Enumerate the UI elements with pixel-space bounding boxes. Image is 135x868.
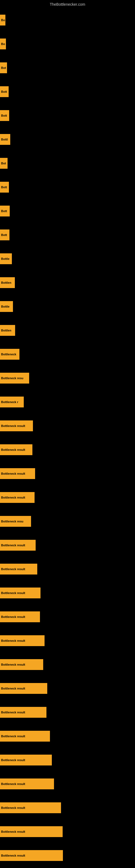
bar-label-1: Bo: [1, 42, 5, 45]
bar-label-35: Bottleneck result: [1, 854, 25, 857]
bar-32: Bottleneck result: [0, 778, 54, 789]
bar-row: Bottleneck result: [0, 629, 135, 653]
bar-26: Bottleneck result: [0, 635, 45, 646]
bar-label-34: Bottleneck result: [1, 830, 25, 833]
bar-row: Bottle: [0, 247, 135, 271]
bar-13: Bottlen: [0, 325, 15, 336]
bar-label-16: Bottleneck r: [1, 400, 18, 404]
bar-row: Bottleneck resu: [0, 366, 135, 390]
bar-label-9: Bott: [1, 233, 7, 237]
bar-label-7: Bott: [1, 186, 7, 189]
bar-row: Bott: [0, 175, 135, 199]
bar-33: Bottleneck result: [0, 802, 61, 813]
bar-label-19: Bottleneck result: [1, 472, 25, 475]
bar-label-5: Bottl: [1, 138, 8, 141]
bar-row: Bot: [0, 151, 135, 175]
bar-22: Bottleneck result: [0, 540, 36, 551]
bar-row: Bottleneck result: [0, 533, 135, 557]
bar-label-22: Bottleneck result: [1, 544, 25, 547]
bar-row: Bottleneck result: [0, 414, 135, 438]
bar-18: Bottleneck result: [0, 444, 32, 455]
bar-20: Bottleneck result: [0, 492, 35, 503]
bar-label-29: Bottleneck result: [1, 711, 25, 714]
bar-row: Bottleneck r: [0, 390, 135, 414]
bar-row: Bottleneck result: [0, 677, 135, 701]
bar-19: Bottleneck result: [0, 468, 35, 479]
bar-label-6: Bot: [1, 162, 6, 165]
bar-label-27: Bottleneck result: [1, 663, 25, 666]
bar-label-12: Bottle: [1, 305, 9, 308]
bar-34: Bottleneck result: [0, 826, 63, 837]
bar-16: Bottleneck r: [0, 397, 24, 407]
bar-label-14: Bottleneck: [1, 352, 16, 356]
bar-label-4: Bott: [1, 114, 7, 117]
bar-4: Bott: [0, 110, 9, 121]
bar-label-30: Bottleneck result: [1, 735, 25, 738]
bar-row: Bottle: [0, 294, 135, 318]
bar-row: Bottleneck result: [0, 462, 135, 486]
bar-label-32: Bottleneck result: [1, 782, 25, 785]
bar-row: Bottleneck resu: [0, 509, 135, 533]
bar-14: Bottleneck: [0, 349, 19, 360]
bar-label-3: Bott: [1, 90, 7, 93]
bar-row: Bottleneck result: [0, 438, 135, 462]
bar-row: Bottleneck result: [0, 748, 135, 772]
bar-row: Bo: [0, 8, 135, 32]
bar-17: Bottleneck result: [0, 421, 33, 431]
bar-row: Bottleneck result: [0, 772, 135, 796]
bar-label-15: Bottleneck resu: [1, 376, 24, 380]
bar-label-26: Bottleneck result: [1, 639, 25, 642]
bar-label-17: Bottleneck result: [1, 424, 25, 428]
bar-label-11: Bottlen: [1, 281, 11, 284]
bar-25: Bottleneck result: [0, 611, 40, 622]
bar-6: Bot: [0, 158, 8, 169]
bar-1: Bo: [0, 38, 6, 50]
bar-label-28: Bottleneck result: [1, 687, 25, 690]
bar-label-21: Bottleneck resu: [1, 520, 24, 523]
bar-row: Bottleneck result: [0, 796, 135, 820]
bar-30: Bottleneck result: [0, 731, 50, 742]
bar-label-10: Bottle: [1, 257, 9, 260]
bar-label-31: Bottleneck result: [1, 758, 25, 762]
bar-row: Bottleneck result: [0, 605, 135, 629]
bar-10: Bottle: [0, 253, 12, 264]
bar-8: Bott: [0, 206, 10, 216]
bar-row: Bottleneck result: [0, 557, 135, 581]
bar-row: Bottleneck result: [0, 486, 135, 509]
bar-label-0: Bo: [1, 19, 5, 22]
bar-label-20: Bottleneck result: [1, 496, 25, 499]
bar-row: Bo: [0, 32, 135, 56]
bar-row: Bottleneck result: [0, 820, 135, 844]
bar-label-2: Bot: [1, 66, 6, 69]
bar-7: Bott: [0, 182, 9, 193]
bar-23: Bottleneck result: [0, 564, 37, 575]
bar-12: Bottle: [0, 301, 13, 312]
bar-31: Bottleneck result: [0, 755, 52, 766]
bar-row: Bottleneck result: [0, 581, 135, 605]
bar-row: Bottleneck result: [0, 653, 135, 677]
bar-27: Bottleneck result: [0, 659, 43, 670]
bar-5: Bottl: [0, 134, 10, 145]
bar-24: Bottleneck result: [0, 588, 41, 598]
bar-0: Bo: [0, 14, 5, 26]
bar-row: Bott: [0, 104, 135, 127]
bar-29: Bottleneck result: [0, 707, 46, 718]
bar-label-18: Bottleneck result: [1, 448, 25, 452]
bar-label-8: Bott: [1, 209, 7, 213]
bar-row: Bottlen: [0, 271, 135, 294]
bar-21: Bottleneck resu: [0, 516, 31, 527]
bar-15: Bottleneck resu: [0, 373, 29, 383]
bar-row: Bottleneck result: [0, 701, 135, 724]
bar-row: Bot: [0, 56, 135, 80]
bar-row: Bott: [0, 199, 135, 223]
bar-row: Bottl: [0, 127, 135, 151]
bar-11: Bottlen: [0, 277, 15, 288]
bars-container: BoBoBotBottBottBottlBotBottBottBottBottl…: [0, 8, 135, 867]
bar-28: Bottleneck result: [0, 683, 47, 694]
bar-label-33: Bottleneck result: [1, 806, 25, 809]
site-title: TheBottlenecker.com: [0, 0, 135, 9]
bar-label-25: Bottleneck result: [1, 615, 25, 618]
bar-label-13: Bottlen: [1, 329, 11, 332]
bar-row: Bott: [0, 80, 135, 104]
bar-3: Bott: [0, 86, 9, 97]
